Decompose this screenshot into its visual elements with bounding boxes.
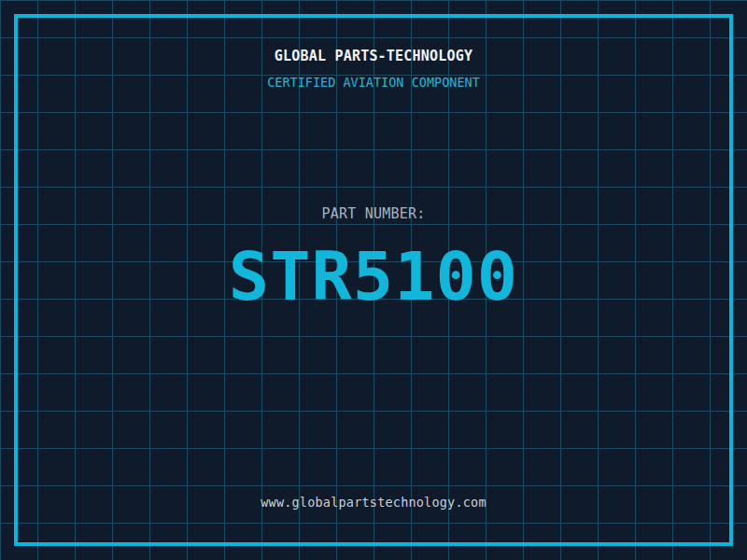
footer-url: www.globalpartstechnology.com <box>0 495 747 510</box>
part-number-label: PART NUMBER: <box>0 205 747 222</box>
page-title: GLOBAL PARTS-TECHNOLOGY <box>0 47 747 65</box>
blueprint-page: GLOBAL PARTS-TECHNOLOGY CERTIFIED AVIATI… <box>0 0 747 560</box>
part-number-value: STR5100 <box>0 239 747 314</box>
page-subtitle: CERTIFIED AVIATION COMPONENT <box>0 75 747 90</box>
